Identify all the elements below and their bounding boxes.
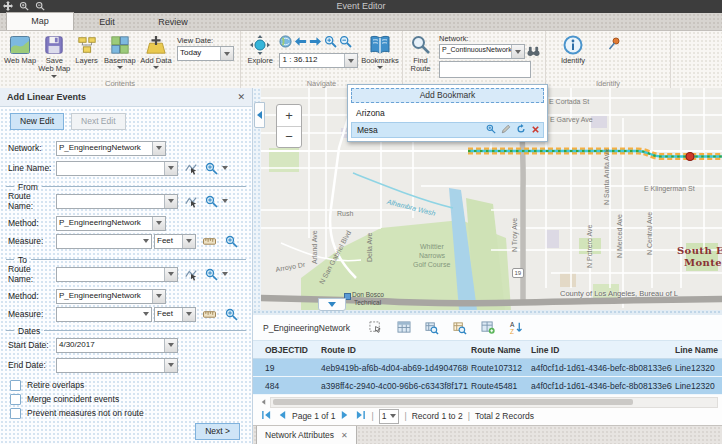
measure-on-map-icon[interactable] <box>201 234 217 249</box>
column-header-2[interactable]: Route Name <box>468 345 528 355</box>
first-page-button[interactable] <box>261 410 272 422</box>
bookmark-item-arizona[interactable]: Arizona <box>351 105 544 120</box>
identify-button[interactable]: Identify <box>553 33 593 65</box>
zoom-to-measure-icon[interactable] <box>223 234 239 249</box>
dropdown-button[interactable] <box>182 308 195 321</box>
table-row[interactable]: 484a398ff4c-2940-4c00-96b6-c6343f8f1711R… <box>253 377 722 395</box>
sort-icon[interactable]: AZ <box>509 320 524 335</box>
bookmarks-button[interactable]: Bookmarks <box>361 33 399 69</box>
page-select[interactable]: 1 <box>379 409 400 424</box>
next-page-button[interactable] <box>340 410 350 422</box>
edit-bookmark-icon[interactable] <box>501 124 511 136</box>
add-data-button[interactable]: Add Data <box>138 33 174 69</box>
dropdown-button[interactable] <box>164 339 177 352</box>
new-edit-button[interactable]: New Edit <box>10 113 64 130</box>
to-measure-unit-select[interactable]: Feet <box>154 307 196 322</box>
dropdown-button[interactable] <box>220 47 233 60</box>
dropdown-button[interactable] <box>344 54 357 67</box>
pan-to-selected-icon[interactable] <box>453 320 468 335</box>
map-scale-select[interactable]: 1 : 36.112 <box>279 53 357 68</box>
add-bookmark-button[interactable]: Add Bookmark <box>351 88 544 103</box>
binoculars-icon[interactable] <box>527 45 540 59</box>
select-line-on-map-icon[interactable] <box>183 161 199 176</box>
map-zoom-in-button[interactable]: + <box>277 105 301 127</box>
next-edit-button[interactable]: Next Edit <box>71 113 126 130</box>
zoom-to-route-icon[interactable] <box>203 267 219 282</box>
from-measure-field[interactable] <box>56 234 152 249</box>
refresh-bookmark-icon[interactable] <box>516 124 526 136</box>
start-date-field[interactable]: 4/30/2017 <box>56 338 178 353</box>
collapse-left-handle[interactable] <box>254 102 265 128</box>
select-records-icon[interactable] <box>369 320 384 335</box>
dropdown-button[interactable] <box>152 217 165 230</box>
route-input[interactable] <box>439 61 531 78</box>
scroll-left-arrow[interactable] <box>259 398 268 407</box>
network-select[interactable]: P_ContinuousNetwork <box>439 44 525 59</box>
save-web-map-button[interactable]: Save Web Map <box>37 33 71 78</box>
from-measure-unit-select[interactable]: Feet <box>154 234 196 249</box>
measure-on-map-icon[interactable] <box>201 307 217 322</box>
checkbox-0[interactable] <box>10 380 21 391</box>
next-button[interactable]: Next > <box>195 423 240 440</box>
refresh-table-icon[interactable] <box>481 320 496 335</box>
select-route-on-map-icon[interactable] <box>183 267 199 282</box>
dropdown-button[interactable] <box>152 290 165 303</box>
view-date-select[interactable]: Today <box>177 46 234 61</box>
to-route-name-field[interactable] <box>56 267 178 282</box>
to-measure-field[interactable] <box>56 307 152 322</box>
zoom-options-caret[interactable] <box>222 199 228 203</box>
zoom-to-route-icon[interactable] <box>203 194 219 209</box>
dropdown-button[interactable] <box>511 45 524 58</box>
layers-button[interactable]: Layers <box>71 33 101 65</box>
zoom-in-map-icon[interactable] <box>324 35 337 50</box>
last-page-button[interactable] <box>355 410 366 422</box>
tab-review[interactable]: Review <box>140 14 206 30</box>
network-field[interactable]: P_EngineeringNetwork <box>56 141 166 156</box>
select-route-on-map-icon[interactable] <box>183 194 199 209</box>
tab-edit[interactable]: Edit <box>74 14 140 30</box>
zoom-to-bookmark-icon[interactable] <box>486 124 496 136</box>
tab-network-attributes[interactable]: Network Attributes ✕ <box>256 426 357 444</box>
column-header-3[interactable]: Line ID <box>528 345 672 355</box>
dropdown-button[interactable] <box>164 359 177 372</box>
dropdown-button[interactable] <box>164 268 177 281</box>
close-tab-icon[interactable]: ✕ <box>341 431 348 440</box>
dropdown-button[interactable] <box>164 195 177 208</box>
checkbox-2[interactable] <box>10 408 21 419</box>
scrollbar-thumb[interactable] <box>273 399 633 405</box>
map-zoom-out-button[interactable]: − <box>277 127 301 148</box>
column-header-4[interactable]: Line Name <box>672 345 722 355</box>
globe-icon[interactable] <box>279 35 292 50</box>
line-name-field[interactable] <box>56 161 178 176</box>
from-method-field[interactable]: P_EngineeringNetwork <box>56 216 166 231</box>
zoom-to-line-icon[interactable] <box>203 161 219 176</box>
bookmark-item-mesa[interactable]: Mesa <box>351 122 544 138</box>
web-map-button[interactable]: Web Map <box>3 33 37 65</box>
pushpin-icon[interactable] <box>607 37 621 53</box>
horizontal-scrollbar[interactable] <box>259 397 718 407</box>
table-row[interactable]: 194eb9419b-af6b-4d04-ab69-1d490476802bRo… <box>253 359 722 377</box>
back-arrow-icon[interactable] <box>294 35 307 50</box>
dropdown-button[interactable] <box>152 142 165 155</box>
find-route-button[interactable]: Find Route <box>406 33 435 74</box>
explore-button[interactable]: Explore <box>244 33 276 65</box>
delete-bookmark-icon[interactable] <box>531 125 540 136</box>
table-options-icon[interactable] <box>397 320 412 335</box>
zoom-to-selected-icon[interactable] <box>425 320 440 335</box>
tab-map[interactable]: Map <box>6 12 74 30</box>
collapse-bottom-handle[interactable] <box>318 298 346 311</box>
checkbox-1[interactable] <box>10 394 21 405</box>
dropdown-button[interactable] <box>182 235 195 248</box>
prev-page-button[interactable] <box>277 410 287 422</box>
zoom-to-measure-icon[interactable] <box>223 307 239 322</box>
zoom-options-caret[interactable] <box>222 166 228 170</box>
zoom-out-map-icon[interactable] <box>339 35 352 50</box>
end-date-field[interactable] <box>56 358 178 373</box>
forward-arrow-icon[interactable] <box>309 35 322 50</box>
dropdown-button[interactable] <box>164 162 177 175</box>
from-route-name-field[interactable] <box>56 194 178 209</box>
to-method-field[interactable]: P_EngineeringNetwork <box>56 289 166 304</box>
basemap-button[interactable]: Basemap <box>102 33 138 69</box>
column-header-0[interactable]: OBJECTID <box>262 345 318 355</box>
close-icon[interactable]: ✕ <box>237 92 245 102</box>
